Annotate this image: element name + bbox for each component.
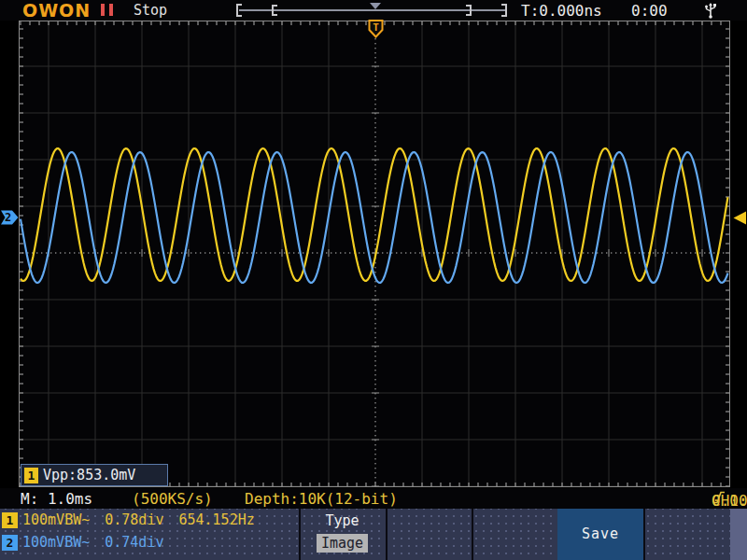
trigger-level-text: 0.00mV	[712, 492, 747, 510]
pause-icon	[101, 4, 105, 16]
measurement-value: Vpp:853.0mV	[43, 467, 135, 483]
channel1-scale: 100mVBW~	[22, 511, 90, 528]
timebase-readout: M: 1.0ms	[21, 490, 92, 508]
menu-divider	[643, 509, 645, 560]
trigger-time-readout: T:0.000ns	[521, 2, 602, 20]
channel1-offset: 0.78div	[105, 511, 163, 528]
memory-depth-readout: Depth:10K(12-bit)	[245, 490, 398, 508]
window-bracket-right	[466, 5, 472, 16]
menu-type-label: Type	[299, 512, 386, 529]
trigger-position-thumb[interactable]	[370, 3, 381, 9]
bottom-menu-bar: 1 100mVBW~ 0.78div 654.152Hz 2 100mVBW~ …	[0, 509, 747, 560]
channel2-info-row[interactable]: 2 100mVBW~ 0.74div	[2, 534, 193, 551]
menu-divider	[386, 509, 388, 560]
sample-rate-readout: (500KS/s)	[132, 490, 213, 508]
channel2-marker-number: 2	[5, 211, 11, 224]
top-bar: OWON Stop T:0.000ns 0:00	[0, 0, 747, 21]
trigger-position-marker[interactable]: T	[368, 20, 384, 38]
status-row: M: 1.0ms (500KS/s) Depth:10K(12-bit) CH1…	[0, 488, 747, 509]
channel1-trace	[21, 148, 728, 281]
menu-side-strip[interactable]	[730, 509, 747, 560]
clock-readout: 0:00	[631, 2, 668, 20]
menu-type-selected-value[interactable]: Image	[317, 534, 368, 553]
memory-bracket-left	[236, 4, 242, 17]
channel2-badge[interactable]: 2	[2, 535, 18, 551]
channel2-scale: 100mVBW~	[22, 534, 90, 551]
channel1-badge[interactable]: 1	[2, 512, 18, 528]
oscilloscope-screen: OWON Stop T:0.000ns 0:00 T 2	[0, 0, 747, 560]
memory-bracket-right	[501, 4, 507, 17]
channel2-position-marker[interactable]: 2	[1, 209, 19, 226]
menu-divider	[472, 509, 473, 560]
window-bracket-left	[272, 5, 277, 16]
run-state-label[interactable]: Stop	[134, 2, 167, 19]
trigger-settings-readout: CH1:DC- 0.00mV	[712, 490, 726, 505]
trigger-level-arrow[interactable]	[731, 211, 747, 225]
trigger-marker-letter: T	[373, 21, 379, 34]
save-button[interactable]: Save	[557, 509, 643, 560]
channel1-frequency: 654.152Hz	[178, 511, 254, 528]
waveform-display	[19, 21, 730, 487]
brand-logo: OWON	[22, 0, 91, 21]
usb-icon	[703, 1, 718, 20]
measurement-channel-badge: 1	[24, 468, 38, 483]
pause-icon	[109, 4, 113, 16]
channel1-info-row[interactable]: 1 100mVBW~ 0.78div 654.152Hz	[2, 511, 270, 528]
measurement-box: 1 Vpp:853.0mV	[21, 464, 168, 486]
menu-type-selector[interactable]: Image	[299, 534, 386, 553]
channel2-offset: 0.74div	[105, 534, 163, 551]
